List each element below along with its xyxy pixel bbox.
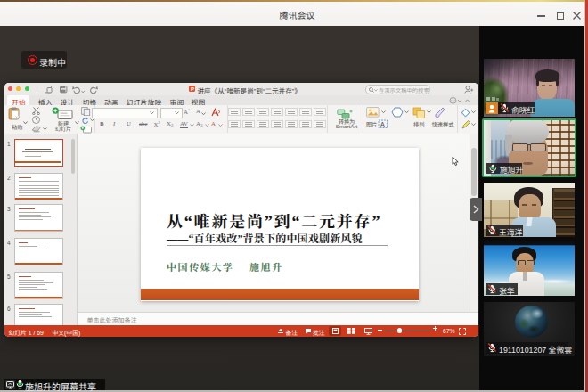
svg-text:A: A <box>380 121 385 127</box>
